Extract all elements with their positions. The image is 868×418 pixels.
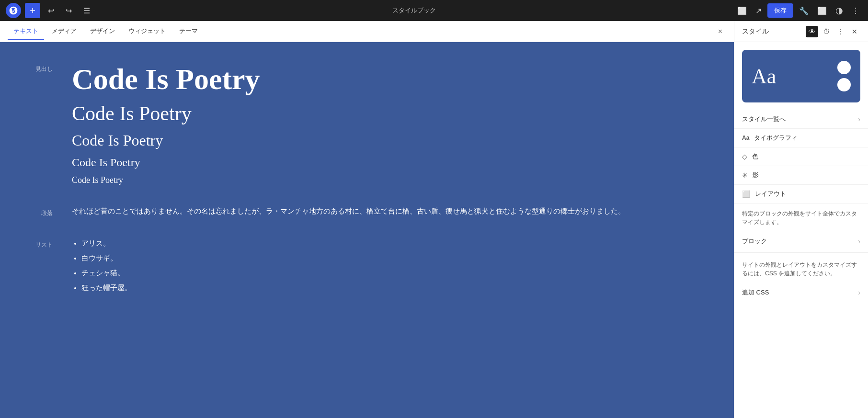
sidebar-eye-icon[interactable]: 👁	[806, 26, 818, 37]
style-preview-circles	[837, 61, 851, 91]
circle-1	[837, 61, 851, 74]
block-chevron-icon: ›	[858, 237, 860, 245]
block-description: 特定のブロックの外観をサイト全体でカスタマイズします。	[734, 203, 868, 232]
heading-4: Code Is Poetry	[72, 155, 705, 171]
list-item: チェシャ猫。	[81, 267, 705, 280]
close-button[interactable]: ×	[714, 25, 726, 38]
tab-theme[interactable]: テーマ	[173, 23, 204, 40]
typography-item[interactable]: Aa タイポグラフィ	[734, 129, 868, 147]
heading-3: Code Is Poetry	[72, 131, 705, 151]
preview-icon[interactable]: ⬜	[734, 4, 750, 17]
toolbar-right: ⬜ ↗ 保存 🔧 ⬜ ◑ ⋮	[734, 3, 862, 18]
heading-1: Code Is Poetry	[72, 61, 705, 97]
list-items: アリス。 白ウサギ。 チェシャ猫。 狂った帽子屋。	[72, 237, 705, 294]
undo-button[interactable]: ↩	[44, 4, 58, 17]
color-item[interactable]: ◇ 色	[734, 147, 868, 166]
headings-section: 見出し Code Is Poetry Code Is Poetry Code I…	[29, 61, 705, 186]
style-preview-text: Aa	[752, 64, 776, 89]
contrast-icon[interactable]: ◑	[833, 3, 846, 18]
additional-css-item[interactable]: 追加 CSS ›	[734, 283, 868, 302]
list-item: 白ウサギ。	[81, 252, 705, 265]
tab-design[interactable]: デザイン	[84, 23, 121, 40]
chevron-right-icon: ›	[858, 115, 860, 123]
save-button[interactable]: 保存	[767, 3, 793, 18]
block-item[interactable]: ブロック ›	[734, 232, 868, 250]
color-icon: ◇	[742, 153, 747, 160]
paragraph-label: 段落	[29, 205, 53, 217]
list-item: 狂った帽子屋。	[81, 282, 705, 294]
toolbar-title: スタイルブック	[98, 6, 731, 15]
headings-label: 見出し	[29, 61, 53, 73]
tools-icon[interactable]: 🔧	[796, 4, 811, 17]
paragraph-content: それほど昔のことではありません。その名は忘れましたが、ラ・マンチャ地方のある村に…	[72, 205, 705, 218]
sidebar-close-icon[interactable]: ✕	[849, 26, 860, 37]
sidebar-header-icons: 👁 ⏱ ⋮ ✕	[806, 26, 860, 37]
tab-text[interactable]: テキスト	[8, 23, 44, 40]
wp-logo[interactable]	[6, 3, 21, 18]
layout-item[interactable]: ⬜ レイアウト	[734, 185, 868, 203]
redo-button[interactable]: ↪	[62, 4, 76, 17]
preview-canvas[interactable]: 見出し Code Is Poetry Code Is Poetry Code I…	[0, 42, 734, 418]
redo-icon: ↪	[66, 6, 72, 15]
heading-5: Code Is Poetry	[72, 174, 705, 186]
shadow-item[interactable]: ✳ 影	[734, 166, 868, 185]
sidebar-title: スタイル	[742, 27, 806, 36]
typography-icon: Aa	[742, 135, 749, 141]
canvas-area: テキスト メディア デザイン ウィジェット テーマ × 見出し Code Is …	[0, 21, 734, 418]
list-section: リスト アリス。 白ウサギ。 チェシャ猫。 狂った帽子屋。	[29, 237, 705, 296]
list-item: アリス。	[81, 237, 705, 250]
more-options-icon[interactable]: ⋮	[849, 4, 862, 17]
tab-widgets[interactable]: ウィジェット	[123, 23, 171, 40]
list-label: リスト	[29, 237, 53, 249]
color-label: 色	[752, 152, 860, 161]
css-chevron-icon: ›	[858, 289, 860, 296]
external-link-icon[interactable]: ↗	[753, 4, 765, 17]
layout-label: レイアウト	[755, 190, 860, 198]
typography-label: タイポグラフィ	[754, 134, 860, 142]
divider	[734, 252, 868, 253]
add-block-button[interactable]: +	[25, 3, 40, 18]
paragraph-section: 段落 それほど昔のことではありません。その名は忘れましたが、ラ・マンチャ地方のあ…	[29, 205, 705, 218]
top-toolbar: + ↩ ↪ ☰ スタイルブック ⬜ ↗ 保存 🔧 ⬜ ◑ ⋮	[0, 0, 868, 21]
menu-button[interactable]: ☰	[80, 4, 94, 17]
main-area: テキスト メディア デザイン ウィジェット テーマ × 見出し Code Is …	[0, 21, 868, 418]
style-list-item[interactable]: スタイル一覧へ ›	[734, 110, 868, 129]
layout-icon[interactable]: ⬜	[814, 4, 830, 17]
css-description: サイトの外観とレイアウトをカスタマイズするには、CSS を追加してください。	[734, 255, 868, 283]
block-label: ブロック	[742, 237, 854, 246]
style-list-label: スタイル一覧へ	[742, 115, 853, 124]
list-content: アリス。 白ウサギ。 チェシャ猫。 狂った帽子屋。	[72, 237, 705, 296]
tab-media[interactable]: メディア	[46, 23, 82, 40]
heading-2: Code Is Poetry	[72, 101, 705, 127]
paragraph-text: それほど昔のことではありません。その名は忘れましたが、ラ・マンチャ地方のある村に…	[72, 205, 705, 218]
shadow-label: 影	[753, 171, 860, 180]
additional-css-label: 追加 CSS	[742, 288, 854, 297]
shadow-icon: ✳	[742, 171, 748, 179]
sidebar-more-icon[interactable]: ⋮	[834, 26, 847, 37]
menu-icon: ☰	[83, 6, 90, 15]
sidebar-history-icon[interactable]: ⏱	[820, 26, 833, 37]
circle-2	[837, 78, 851, 91]
style-preview-card: Aa	[742, 50, 860, 102]
layout-icon-sidebar: ⬜	[742, 190, 750, 198]
sidebar-header: スタイル 👁 ⏱ ⋮ ✕	[734, 21, 868, 42]
headings-content: Code Is Poetry Code Is Poetry Code Is Po…	[72, 61, 705, 186]
undo-icon: ↩	[48, 6, 54, 15]
right-sidebar: スタイル 👁 ⏱ ⋮ ✕ Aa スタイル一覧へ › Aa タイポグラフィ	[734, 21, 868, 418]
tab-bar: テキスト メディア デザイン ウィジェット テーマ ×	[0, 21, 734, 42]
